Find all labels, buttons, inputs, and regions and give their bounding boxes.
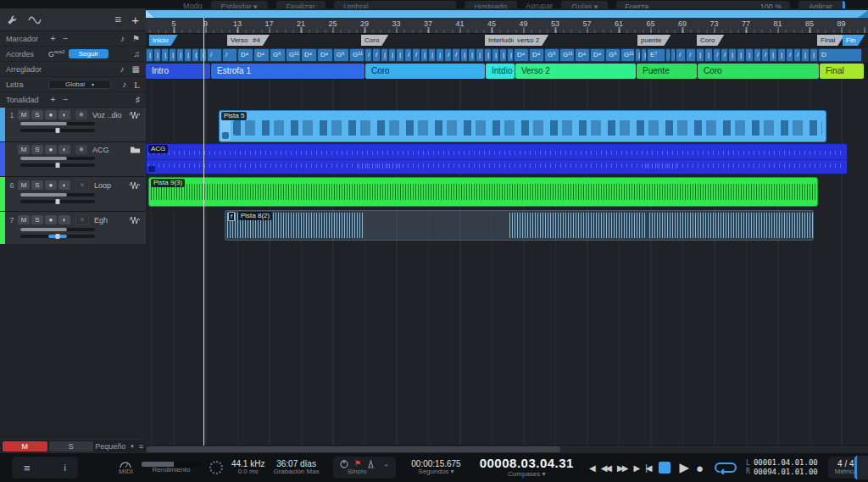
chord-cell[interactable]: D⁴ [237, 48, 253, 62]
chord-cell[interactable]: | [396, 48, 404, 62]
play-button[interactable]: ▶ [679, 460, 689, 475]
chord-cell[interactable]: | [420, 48, 428, 62]
track-name[interactable]: ACG [92, 146, 128, 154]
chord-cell[interactable]: | [146, 48, 153, 62]
audio-clip-pista8[interactable]: f Pista 8(2) [225, 210, 814, 241]
chord-cell[interactable]: | [777, 48, 786, 62]
chord-cell[interactable]: | [696, 48, 704, 62]
chord-cell[interactable]: G¹¹ [349, 48, 364, 62]
track-name[interactable]: Voz ..dio [92, 111, 127, 119]
record-arm-button[interactable]: ● [45, 110, 57, 119]
record-arm-button[interactable]: ● [45, 145, 57, 154]
key-signature-icon[interactable]: ♯ [136, 95, 140, 104]
chord-cell[interactable]: ( [192, 48, 199, 62]
chord-cell[interactable]: E⁷ [647, 48, 665, 62]
chord-cell[interactable]: / [452, 48, 460, 62]
loop-right-value[interactable]: 00094.01.01.00 [754, 468, 818, 477]
hamburger-menu-icon[interactable]: ≡ [24, 462, 31, 474]
pan-handle[interactable] [56, 234, 60, 239]
chord-cell[interactable]: / [786, 48, 793, 62]
arranger-section-verso-2[interactable]: Verso 2 [515, 64, 636, 79]
chord-cell[interactable]: G⁶ [270, 48, 286, 62]
pan-slider[interactable] [20, 200, 95, 203]
chord-cell[interactable]: G¹¹ [286, 48, 301, 62]
lyrics-icon[interactable]: L [134, 80, 140, 90]
loop-range-display[interactable]: L R 00001.04.01.00 00094.01.01.00 [746, 458, 818, 478]
add-button[interactable]: + [48, 95, 58, 104]
waveform-icon[interactable] [129, 111, 141, 119]
top-toolbar-umbral[interactable]: Umbral [334, 1, 456, 8]
arranger-section-intdio[interactable]: Intdio [486, 64, 515, 79]
chord-cell[interactable]: / [754, 48, 761, 62]
mute-button[interactable]: M [18, 180, 30, 190]
mute-button[interactable]: M [18, 110, 30, 119]
clip-fx-badge[interactable]: f [228, 212, 235, 221]
performance-label[interactable]: Rendimiento [152, 467, 190, 474]
solo-button[interactable]: S [31, 110, 43, 119]
monitor-button[interactable]: ◐ [58, 110, 70, 119]
pan-handle[interactable] [56, 163, 60, 168]
track-header-loop[interactable]: 6MS●◐✳Loop [0, 177, 146, 212]
chord-cell[interactable]: | [635, 48, 641, 62]
chord-cell[interactable]: | [176, 48, 184, 62]
chord-cell[interactable]: | [161, 48, 169, 62]
flag-icon[interactable]: ⚑ [132, 34, 140, 43]
loop-left-value[interactable]: 00001.04.01.00 [754, 458, 818, 468]
arranger-section-intro[interactable]: Intro [146, 64, 210, 79]
chord-cell[interactable]: / [444, 48, 452, 62]
pan-slider[interactable] [20, 129, 95, 132]
record-button[interactable]: ● [696, 461, 704, 475]
waveform-icon[interactable] [129, 181, 141, 190]
monitor-button[interactable]: ◐ [58, 215, 70, 224]
chord-cell[interactable]: | [381, 48, 388, 62]
chord-cell[interactable]: | [153, 48, 161, 62]
chord-cell[interactable]: | [484, 48, 492, 62]
chord-cell[interactable]: / [207, 48, 222, 62]
track-name[interactable]: Egh [94, 216, 127, 224]
primary-time-value[interactable]: 00008.03.04.31 [480, 457, 574, 471]
global-solo-button[interactable]: S [49, 441, 94, 452]
chord-cell[interactable]: | [428, 48, 436, 62]
secondary-time-display[interactable]: 00:00:15.675 Segundos ▾ [411, 459, 460, 476]
primary-time-unit[interactable]: Compases ▾ [508, 471, 545, 479]
folder-icon[interactable] [130, 146, 141, 153]
add-track-icon[interactable]: + [131, 14, 139, 26]
arranger-section-estrofa-1[interactable]: Estrofa 1 [211, 64, 364, 79]
fast-forward-button[interactable]: ▶▶ [617, 463, 626, 473]
chord-cell[interactable]: | [184, 48, 192, 62]
top-toolbar-gu-as-[interactable]: Guías ▾ [561, 1, 608, 8]
solo-button[interactable]: S [31, 215, 43, 224]
timeline-ruler[interactable]: 5913172125293337414549535761656973778185… [146, 18, 868, 34]
marker-verso-2[interactable]: verso 2 [514, 35, 548, 46]
chord-cell[interactable]: | [801, 48, 810, 62]
info-icon[interactable]: i [64, 463, 66, 473]
chord-cell[interactable]: | [745, 48, 754, 62]
current-chord[interactable]: Gsus2 [48, 49, 65, 58]
add-button[interactable]: + [48, 34, 58, 43]
mute-button[interactable]: M [18, 215, 30, 224]
chord-cell[interactable]: | [388, 48, 396, 62]
chord-cell[interactable]: | [499, 48, 507, 62]
global-mute-button[interactable]: M [3, 441, 47, 452]
top-toolbar-aplicar[interactable]: Aplicar [798, 1, 845, 8]
track-header-acg[interactable]: MS●◐✳ACG [0, 142, 146, 177]
follow-button[interactable]: Seguir [69, 49, 108, 58]
stop-button[interactable] [659, 462, 670, 474]
chord-cell[interactable]: / [364, 48, 372, 62]
remove-button[interactable]: − [61, 95, 70, 104]
cutoff-right-panel[interactable] [854, 456, 868, 479]
event-fx-button[interactable]: ✳ [75, 145, 87, 154]
clip-corner-icon[interactable] [148, 166, 155, 172]
event-fx-button[interactable]: ✳ [75, 110, 87, 119]
pan-slider[interactable] [20, 235, 95, 238]
track-name[interactable]: Loop [94, 181, 127, 190]
menu-icon[interactable]: ≡ [139, 442, 143, 451]
pan-slider[interactable] [20, 163, 95, 167]
event-fx-button[interactable]: ✳ [75, 214, 89, 225]
chord-cell[interactable]: / [793, 48, 801, 62]
volume-slider[interactable] [20, 157, 95, 160]
marker-coro[interactable]: Coro [361, 35, 388, 46]
chord-cell[interactable]: / [721, 48, 728, 62]
primary-time-display[interactable]: 00008.03.04.31 Compases ▾ [480, 457, 574, 478]
chevron-down-icon[interactable]: ▾ [131, 443, 134, 450]
